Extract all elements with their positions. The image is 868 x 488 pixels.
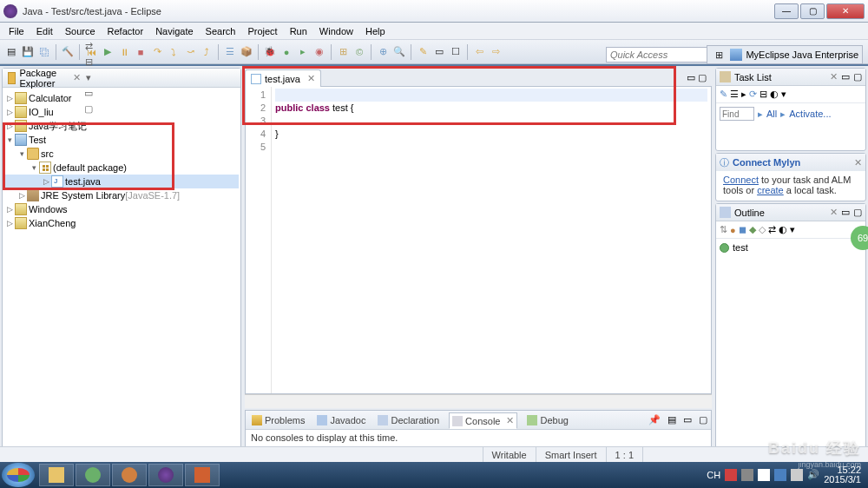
tab-javadoc[interactable]: Javadoc (314, 413, 368, 427)
code-editor[interactable]: 1 2 3 4 5 public class test { } (245, 87, 712, 394)
taskbar-media[interactable] (112, 464, 147, 486)
taskbar-eclipse[interactable] (148, 464, 183, 486)
perspective-switcher[interactable]: ⊞ MyEclipse Java Enterprise (707, 45, 863, 64)
console-min-icon[interactable]: ▭ (683, 414, 692, 425)
tray-volume-icon[interactable]: 🔊 (807, 469, 819, 481)
tab-declaration[interactable]: Declaration (375, 413, 442, 427)
taskbar-explorer[interactable] (39, 464, 74, 486)
all-link[interactable]: All (766, 109, 777, 119)
menu-search[interactable]: Search (201, 24, 241, 38)
find-input[interactable] (720, 107, 754, 121)
close-button[interactable]: ✕ (826, 3, 865, 19)
categorize-icon[interactable]: ☰ (730, 89, 739, 100)
view-menu-icon[interactable]: ▾ (82, 72, 95, 84)
outline-menu-icon[interactable]: ▾ (790, 224, 795, 235)
quick-access-input[interactable]: Quick Access (606, 47, 715, 63)
tray-sogou-icon[interactable] (725, 469, 737, 481)
tree-node-default-package[interactable]: ▾(default package) (4, 161, 239, 175)
project-tree[interactable]: ▷Calculator ▷IO_liu ▷Java学习笔记 ▾Test ▾src… (3, 88, 240, 459)
tree-node-jre[interactable]: ▷JRE System Library [JavaSE-1.7] (4, 188, 239, 202)
pin-console-icon[interactable]: 📌 (648, 414, 661, 425)
close-tasklist-icon[interactable]: ✕ (830, 71, 838, 82)
build-icon[interactable]: 🔨 (60, 44, 76, 60)
close-outline-icon[interactable]: ✕ (830, 207, 838, 218)
hide-nonpublic-icon[interactable]: ◆ (749, 224, 756, 235)
tray-keyboard-icon[interactable] (741, 469, 753, 481)
tab-console[interactable]: Console✕ (449, 412, 517, 429)
maximize-button[interactable]: ▢ (800, 3, 825, 19)
menu-window[interactable]: Window (314, 24, 358, 38)
save-all-icon[interactable]: ⿻ (36, 44, 52, 60)
connect-link[interactable]: Connect (723, 175, 759, 185)
outline-min-icon[interactable]: ▭ (841, 207, 850, 218)
close-mylyn-icon[interactable]: ✕ (854, 157, 862, 168)
tasklist-menu-icon[interactable]: ▾ (781, 89, 786, 100)
console-max-icon[interactable]: ▢ (699, 414, 707, 425)
menu-refactor[interactable]: Refactor (102, 24, 149, 38)
new-icon[interactable]: ▤ (3, 44, 19, 60)
tray-flag-icon[interactable]: ▲ (758, 469, 770, 481)
task-icon[interactable]: ☐ (448, 44, 464, 60)
start-button[interactable] (2, 463, 35, 487)
taskbar-browser[interactable] (76, 464, 110, 486)
close-view-icon[interactable]: ✕ (73, 72, 81, 83)
sort-icon[interactable]: ⇅ (720, 224, 727, 235)
schedule-icon[interactable]: ▸ (741, 89, 746, 100)
tree-node-java-notes[interactable]: ▷Java学习笔记 (4, 119, 239, 133)
run-icon[interactable]: ● (279, 44, 294, 60)
debug-icon[interactable]: 🐞 (262, 44, 278, 60)
taskbar-powerpoint[interactable] (185, 464, 220, 486)
create-link[interactable]: create (757, 185, 784, 195)
menu-navigate[interactable]: Navigate (150, 24, 198, 38)
open-type-icon[interactable]: ⊕ (375, 44, 391, 60)
outline-item[interactable]: test (733, 242, 748, 253)
link-editor-icon[interactable]: ⇄ (82, 41, 95, 53)
run-last-icon[interactable]: ▸ (295, 44, 311, 60)
menu-edit[interactable]: Edit (31, 24, 58, 38)
editor-scrollbar[interactable] (245, 394, 712, 408)
editor-minimize-icon[interactable]: ▭ (687, 72, 695, 83)
back-icon[interactable]: ⇦ (471, 44, 487, 60)
coverage-icon[interactable]: ◉ (312, 44, 327, 60)
hide-local-icon[interactable]: ◇ (759, 224, 766, 235)
activate-link[interactable]: Activate... (789, 109, 831, 119)
tray-shield-icon[interactable] (774, 469, 786, 481)
close-tab-icon[interactable]: ✕ (307, 73, 315, 84)
hide-fields-icon[interactable]: ● (730, 225, 736, 235)
tree-node-test[interactable]: ▾Test (4, 133, 239, 147)
menu-run[interactable]: Run (285, 24, 312, 38)
minimize-button[interactable]: — (774, 3, 799, 19)
hide-static-icon[interactable]: ◼ (739, 224, 746, 235)
tasklist-min-icon[interactable]: ▭ (841, 71, 850, 82)
focus-icon[interactable]: ◐ (770, 89, 779, 100)
forward-icon[interactable]: ⇨ (488, 44, 503, 60)
bookmark-icon[interactable]: ▭ (431, 44, 447, 60)
code-content[interactable]: public class test { } (272, 87, 711, 393)
find-dropdown-icon[interactable]: ▸ (758, 109, 763, 120)
new-task-icon[interactable]: ✎ (720, 89, 727, 100)
system-tray[interactable]: CH ▲ 🔊 15:22 2015/3/1 (707, 465, 866, 485)
collapse-all-icon[interactable]: ⊟ (82, 56, 95, 69)
sync-icon[interactable]: ⟳ (749, 89, 757, 100)
save-icon[interactable]: 💾 (20, 44, 36, 60)
display-console-icon[interactable]: ▤ (667, 414, 676, 425)
clock-date[interactable]: 2015/3/1 (824, 475, 861, 485)
search-icon[interactable]: 🔍 (391, 44, 407, 60)
outline-max-icon[interactable]: ▢ (853, 207, 862, 218)
tasklist-max-icon[interactable]: ▢ (853, 71, 862, 82)
tree-node-src[interactable]: ▾src (4, 147, 239, 161)
tray-network-icon[interactable] (791, 469, 803, 481)
new-class-icon[interactable]: © (352, 44, 367, 60)
tree-node-test-java[interactable]: ▷test.java (4, 175, 239, 188)
editor-maximize-icon[interactable]: ▢ (698, 72, 707, 83)
tree-node-io-liu[interactable]: ▷IO_liu (4, 105, 239, 119)
menu-file[interactable]: File (3, 24, 30, 38)
focus-outline-icon[interactable]: ◐ (779, 224, 787, 235)
open-perspective-icon[interactable]: ⊞ (711, 47, 727, 63)
close-console-icon[interactable]: ✕ (506, 415, 514, 426)
tab-problems[interactable]: Problems (249, 413, 307, 427)
tab-debug[interactable]: Debug (524, 413, 570, 427)
deploy-icon[interactable]: 📦 (239, 44, 254, 60)
menu-help[interactable]: Help (360, 24, 391, 38)
menu-source[interactable]: Source (60, 24, 101, 38)
